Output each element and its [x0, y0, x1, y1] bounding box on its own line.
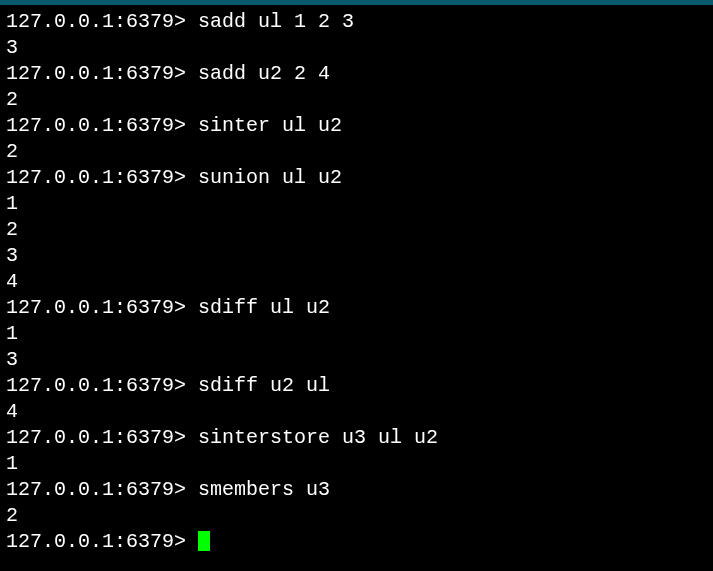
terminal-output-text: 3: [6, 244, 18, 267]
terminal-line: 2: [6, 503, 707, 529]
terminal-command: sdiff ul u2: [198, 296, 330, 319]
terminal-command: sunion ul u2: [198, 166, 342, 189]
terminal-output-text: 1: [6, 452, 18, 475]
terminal-line: 127.0.0.1:6379>: [6, 529, 707, 555]
terminal-prompt: 127.0.0.1:6379>: [6, 62, 198, 85]
terminal-prompt: 127.0.0.1:6379>: [6, 296, 198, 319]
terminal-line: 127.0.0.1:6379> sadd u2 2 4: [6, 61, 707, 87]
terminal-line: 127.0.0.1:6379> sinter ul u2: [6, 113, 707, 139]
terminal-output[interactable]: 127.0.0.1:6379> sadd ul 1 2 33127.0.0.1:…: [6, 9, 707, 555]
terminal-prompt: 127.0.0.1:6379>: [6, 166, 198, 189]
terminal-output-text: 1: [6, 192, 18, 215]
terminal-line: 3: [6, 347, 707, 373]
terminal-output-text: 4: [6, 400, 18, 423]
terminal-command: smembers u3: [198, 478, 330, 501]
terminal-command: sinter ul u2: [198, 114, 342, 137]
terminal-output-text: 2: [6, 88, 18, 111]
terminal-prompt: 127.0.0.1:6379>: [6, 530, 198, 553]
terminal-command: sadd ul 1 2 3: [198, 10, 354, 33]
terminal-output-text: 3: [6, 348, 18, 371]
terminal-line: 127.0.0.1:6379> sdiff u2 ul: [6, 373, 707, 399]
terminal-output-text: 3: [6, 36, 18, 59]
terminal-prompt: 127.0.0.1:6379>: [6, 426, 198, 449]
terminal-prompt: 127.0.0.1:6379>: [6, 10, 198, 33]
terminal-command: sinterstore u3 ul u2: [198, 426, 438, 449]
terminal-line: 2: [6, 139, 707, 165]
terminal-output-text: 2: [6, 504, 18, 527]
terminal-line: 127.0.0.1:6379> sadd ul 1 2 3: [6, 9, 707, 35]
terminal-output-text: 2: [6, 218, 18, 241]
terminal-line: 127.0.0.1:6379> sinterstore u3 ul u2: [6, 425, 707, 451]
terminal-output-text: 4: [6, 270, 18, 293]
terminal-line: 2: [6, 87, 707, 113]
terminal-line: 4: [6, 269, 707, 295]
terminal-command: sdiff u2 ul: [198, 374, 330, 397]
terminal-output-text: 2: [6, 140, 18, 163]
terminal-line: 127.0.0.1:6379> smembers u3: [6, 477, 707, 503]
terminal-line: 127.0.0.1:6379> sunion ul u2: [6, 165, 707, 191]
terminal-line: 3: [6, 35, 707, 61]
terminal-line: 1: [6, 321, 707, 347]
terminal-line: 2: [6, 217, 707, 243]
terminal-line: 3: [6, 243, 707, 269]
cursor-icon: [198, 531, 210, 551]
terminal-prompt: 127.0.0.1:6379>: [6, 374, 198, 397]
terminal-line: 4: [6, 399, 707, 425]
terminal-output-text: 1: [6, 322, 18, 345]
terminal-prompt: 127.0.0.1:6379>: [6, 478, 198, 501]
terminal-line: 127.0.0.1:6379> sdiff ul u2: [6, 295, 707, 321]
terminal-line: 1: [6, 451, 707, 477]
terminal-line: 1: [6, 191, 707, 217]
terminal-prompt: 127.0.0.1:6379>: [6, 114, 198, 137]
terminal-command: sadd u2 2 4: [198, 62, 330, 85]
